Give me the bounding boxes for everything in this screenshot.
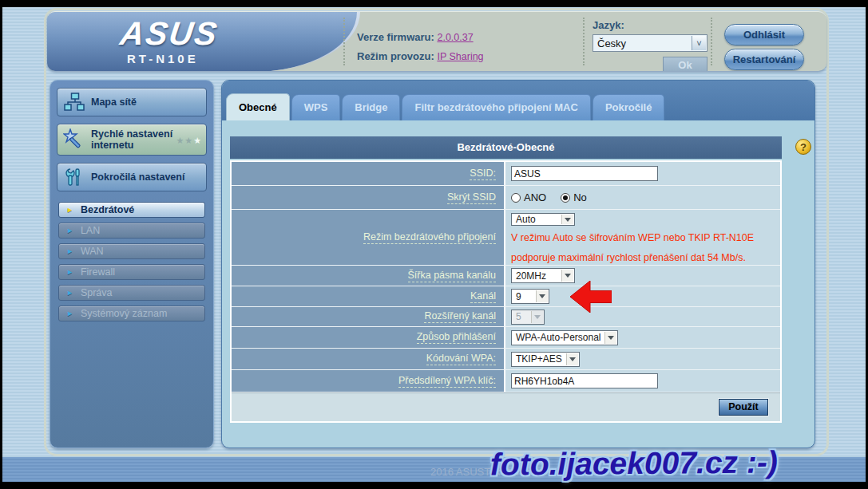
language-select[interactable]: Česky ˅ (593, 34, 707, 52)
tab-bridge[interactable]: Bridge (342, 94, 400, 120)
form-row-extension-channel: Rozšířený kanál 5 (232, 307, 780, 327)
arrow-right-icon: ► (66, 310, 73, 317)
select-value: Auto (516, 214, 536, 225)
arrow-right-icon: ► (66, 289, 73, 297)
asus-logo: ASUS (118, 15, 221, 53)
wpa-key-label: Předsdílený WPA klíč: (398, 375, 496, 388)
header-divider (343, 18, 345, 65)
sidebar-item-label: Pokročilá nastavení (91, 172, 185, 183)
language-select-value: Česky (597, 37, 626, 49)
main-panel: Obecné WPS Bridge Filtr bezdrátového při… (221, 80, 815, 448)
sidebar-item-label: Mapa sítě (91, 97, 185, 108)
chevron-down-icon (604, 332, 616, 344)
form-row-ssid: SSID: (232, 162, 780, 186)
auth-method-label: Způsob přihlášení (417, 331, 496, 344)
form-row-wpa-key: Předsdílený WPA klíč: (232, 370, 780, 392)
sidebar-item-label: Systémový záznam (81, 308, 167, 319)
sidebar-item-advanced-settings[interactable]: Pokročilá nastavení (57, 163, 207, 191)
form-row-auth-method: Způsob přihlášení WPA-Auto-Personal (232, 327, 780, 349)
setup-progress-stars: ★★★ (176, 136, 202, 146)
sidebar-item-label: Firewall (81, 266, 115, 278)
select-value: 9 (516, 291, 521, 302)
firmware-info: Verze firmwaru: 2.0.0.37 Režim provozu: … (357, 28, 484, 66)
chevron-down-icon (566, 353, 578, 365)
sidebar-item-wan[interactable]: ► WAN (58, 243, 205, 259)
arrow-right-icon: ► (66, 206, 73, 214)
radio-label: No (573, 191, 587, 203)
sidebar-item-administration[interactable]: ► Správa (58, 285, 205, 301)
radio-checked-icon[interactable] (561, 193, 570, 203)
arrow-right-icon: ► (66, 247, 73, 255)
form-row-hide-ssid: Skrýt SSID ANO No (232, 186, 780, 210)
apply-row: Použít (232, 392, 780, 421)
channel-bandwidth-select[interactable]: 20MHz (511, 268, 575, 283)
language-label: Jazyk: (593, 19, 707, 31)
tab-general[interactable]: Obecné (226, 93, 290, 120)
header: ASUS RT-N10E Verze firmwaru: 2.0.0.37 Re… (47, 11, 826, 71)
ssid-input[interactable] (511, 166, 658, 181)
sidebar-item-label: Správa (81, 287, 113, 298)
tab-wps[interactable]: WPS (291, 94, 341, 120)
tab-advanced[interactable]: Pokročilé (593, 94, 665, 120)
sidebar-item-firewall[interactable]: ► Firewall (58, 264, 205, 280)
channel-bandwidth-label: Šířka pásma kanálu (408, 270, 496, 282)
logout-button[interactable]: Odhlásit (724, 24, 804, 45)
sidebar-item-system-log[interactable]: ► Systémový záznam (58, 306, 205, 321)
select-value: WPA-Auto-Personal (516, 332, 600, 343)
radio-unchecked-icon[interactable] (511, 193, 521, 203)
select-value: 20MHz (516, 270, 546, 282)
tabs: Obecné WPS Bridge Filtr bezdrátového při… (226, 93, 664, 120)
extension-channel-select: 5 (511, 310, 545, 325)
tab-mac-filter[interactable]: Filtr bezdrátového připojení MAC (402, 94, 590, 120)
wpa-encryption-label: Kódování WPA: (426, 353, 496, 365)
auth-method-select[interactable]: WPA-Auto-Personal (511, 330, 618, 345)
arrow-right-icon: ► (66, 227, 73, 235)
chevron-down-icon[interactable]: ˅ (692, 36, 706, 50)
page-title: Bezdrátové-Obecné (230, 136, 782, 159)
header-divider (711, 18, 712, 65)
wireless-mode-label: Režim bezdrátového připojení (363, 231, 496, 244)
ssid-label: SSID: (470, 168, 496, 180)
wpa-key-input[interactable] (511, 373, 658, 388)
sidebar-item-label: Bezdrátové (81, 204, 134, 215)
apply-button[interactable]: Použít (719, 399, 768, 416)
chevron-down-icon (531, 311, 543, 323)
magic-wand-icon (57, 128, 91, 151)
header-divider (583, 18, 585, 65)
channel-label: Kanál (470, 290, 496, 303)
tab-band: Obecné WPS Bridge Filtr bezdrátového při… (222, 81, 814, 120)
firmware-version-link[interactable]: 2.0.0.37 (437, 32, 473, 43)
wireless-mode-warning: V režimu Auto se šifrováním WEP nebo TKI… (511, 228, 754, 268)
asus-logo-area: ASUS RT-N10E (47, 12, 360, 71)
hide-ssid-option-yes[interactable]: ANO (511, 191, 546, 203)
sidebar-item-wireless[interactable]: ► Bezdrátové (58, 202, 205, 218)
sidebar-item-quick-internet-setup[interactable]: Rychlé nastavení internetu ★★★ (57, 124, 207, 156)
hide-ssid-label: Skrýt SSID (447, 191, 496, 204)
wireless-mode-select[interactable]: Auto (511, 213, 575, 226)
sidebar-item-label: Rychlé nastavení internetu (91, 128, 185, 151)
restart-button[interactable]: Restartování (724, 49, 804, 70)
arrow-right-icon: ► (66, 268, 73, 276)
page-background: ASUS RT-N10E Verze firmwaru: 2.0.0.37 Re… (2, 7, 866, 482)
hide-ssid-option-no[interactable]: No (561, 191, 587, 203)
chevron-down-icon (561, 215, 573, 224)
channel-select[interactable]: 9 (511, 289, 549, 304)
extension-channel-label: Rozšířený kanál (424, 310, 496, 323)
wpa-encryption-select[interactable]: TKIP+AES (511, 352, 580, 367)
language-section: Jazyk: Česky ˅ Ok (593, 19, 707, 71)
network-map-icon (57, 93, 91, 112)
sidebar-item-label: LAN (81, 225, 100, 236)
sidebar-item-network-map[interactable]: Mapa sítě (57, 88, 207, 116)
tab-content: Bezdrátové-Obecné ? SSID: Skrýt SSID (222, 120, 814, 448)
operation-mode-label: Režim provozu: (357, 50, 434, 62)
select-value: 5 (516, 311, 521, 322)
hide-ssid-radio-group: ANO No (511, 191, 587, 203)
help-icon[interactable]: ? (795, 139, 811, 155)
form-row-channel-bandwidth: Šířka pásma kanálu 20MHz (232, 266, 780, 286)
operation-mode-link[interactable]: IP Sharing (437, 51, 483, 62)
form-row-wireless-mode: Režim bezdrátového připojení Auto V reži… (232, 210, 780, 266)
photo-watermark: foto.ijacek007.cz :-) (490, 444, 778, 482)
chevron-down-icon (536, 290, 548, 302)
sidebar-item-lan[interactable]: ► LAN (58, 223, 205, 239)
language-ok-button[interactable]: Ok (663, 57, 707, 71)
